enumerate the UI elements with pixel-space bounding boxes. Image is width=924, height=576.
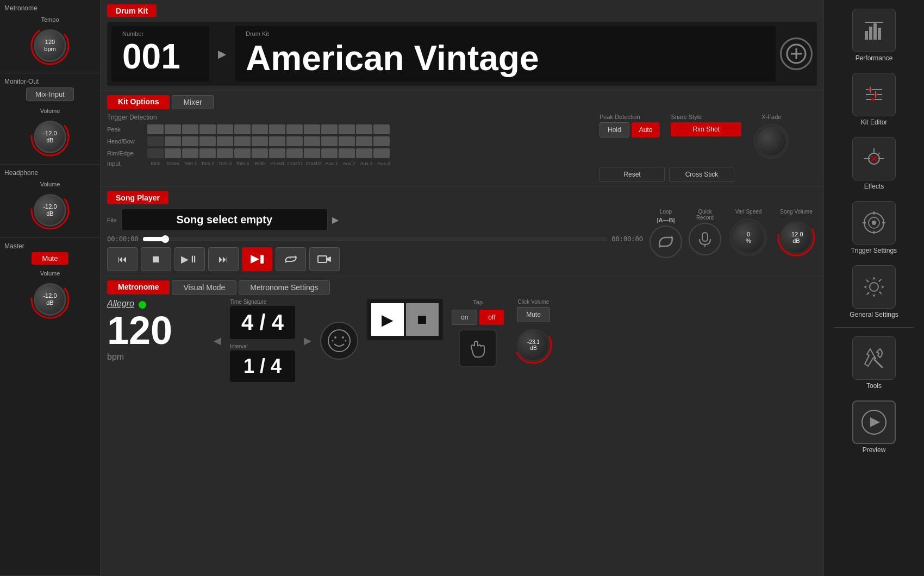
quick-record-button[interactable] (689, 223, 721, 255)
metro-transport: ▶ ⏹ (367, 299, 443, 340)
rimedge-trigger-bars (147, 148, 390, 158)
reset-button[interactable]: Reset (600, 167, 665, 182)
monitor-volume-knob[interactable]: -12.0dB (34, 121, 66, 153)
loop-button[interactable] (650, 226, 682, 258)
metro-play-button[interactable]: ▶ (371, 303, 404, 336)
headphone-title: Headphone (4, 169, 38, 177)
click-volume-label: Click Volume (518, 299, 550, 305)
svg-rect-9 (260, 255, 264, 264)
svg-point-14 (731, 220, 766, 255)
time-sig-display[interactable]: 4 / 4 (230, 306, 295, 339)
tools-label: Tools (866, 382, 882, 390)
record-button[interactable] (242, 247, 272, 271)
visual-mode-tab[interactable]: Visual Mode (172, 280, 236, 295)
playlist-button[interactable] (309, 247, 340, 271)
metro-tempo-unit: bpm (107, 352, 124, 362)
tempo-name: Allegro (107, 299, 134, 309)
svg-point-20 (345, 340, 347, 341)
monitor-out-title: Monitor-Out (4, 78, 39, 85)
tap-off-button[interactable]: off (479, 310, 504, 325)
headbow-row-label: Head/Bow (107, 138, 145, 145)
kit-number-label: Number (122, 30, 198, 37)
peak-trigger-bars (147, 124, 390, 134)
ab-label: |A—B| (657, 217, 675, 223)
input-labels-row: Kick Snare Tom 1 Tom 2 Tom 3 Tom 4 Ride … (147, 161, 392, 166)
svg-marker-52 (870, 417, 880, 427)
song-name-display: Song select empty (121, 209, 328, 231)
svg-point-32 (871, 98, 875, 101)
loop-label: Loop (660, 209, 672, 215)
svg-rect-25 (873, 23, 877, 40)
general-settings-label: General Settings (850, 311, 898, 318)
rewind-button[interactable]: ⏮ (107, 247, 138, 271)
song-player-tab[interactable]: Song Player (107, 191, 168, 204)
kit-options-tab[interactable]: Kit Options (107, 95, 170, 109)
tempo-label: Tempo (41, 16, 59, 23)
interval-value: 1 / 4 (244, 355, 282, 378)
rimedge-row-label: Rim/Edge (107, 150, 145, 156)
drum-kit-tab[interactable]: Drum Kit (107, 4, 157, 17)
svg-point-7 (754, 124, 788, 158)
master-volume-knob[interactable]: -12.0dB (34, 283, 66, 316)
headphone-volume-knob[interactable]: -12.0dB (34, 194, 66, 227)
progress-bar[interactable] (143, 237, 607, 241)
quick-record-label: QuickRecord (696, 209, 714, 221)
kit-next-button[interactable]: ▶ (214, 45, 230, 62)
click-mute-button[interactable]: Mute (517, 307, 550, 322)
stop-button[interactable]: ⏹ (141, 247, 171, 271)
metronome-section-title: Metronome (4, 4, 38, 12)
metro-face-button[interactable] (320, 322, 358, 360)
rim-shot-button[interactable]: Rim Shot (671, 122, 741, 136)
svg-point-19 (332, 340, 334, 341)
metronome-tab[interactable]: Metronome (107, 280, 170, 295)
svg-line-50 (875, 360, 882, 367)
sidebar-item-trigger-settings[interactable]: Trigger Settings (824, 197, 924, 259)
tempo-knob[interactable]: 120bpm (34, 29, 66, 62)
time-sig-prev-button[interactable]: ◀ (214, 335, 221, 347)
add-kit-button[interactable] (780, 37, 813, 70)
svg-rect-26 (878, 28, 881, 40)
headbow-trigger-bars (147, 136, 390, 146)
mix-input-button[interactable]: Mix-Input (26, 87, 73, 101)
time-start: 00:00:00 (107, 235, 139, 243)
master-mute-button[interactable]: Mute (32, 252, 69, 265)
song-volume-label: Song Volume (780, 209, 813, 215)
svg-point-49 (870, 283, 878, 291)
tap-on-button[interactable]: on (452, 310, 477, 325)
headphone-volume-value: -12.0dB (43, 203, 57, 217)
kit-number: 001 (122, 39, 198, 74)
tempo-value: 120bpm (44, 39, 55, 53)
interval-display[interactable]: 1 / 4 (230, 350, 295, 382)
tempo-active-indicator (139, 301, 146, 309)
song-next-button[interactable]: ▶ (332, 215, 339, 225)
sidebar-item-preview[interactable]: Preview (824, 396, 924, 458)
svg-point-18 (342, 336, 344, 339)
peak-detection-label: Peak Detection (600, 114, 660, 120)
metronome-settings-tab[interactable]: Metronome Settings (239, 280, 329, 295)
xfade-label: X-Fade (761, 114, 781, 120)
sidebar-item-performance[interactable]: Performance (824, 4, 924, 66)
preview-label: Preview (863, 446, 886, 454)
svg-point-16 (328, 330, 350, 352)
tap-gesture-button[interactable] (459, 329, 497, 367)
auto-button[interactable]: Auto (632, 122, 660, 137)
sidebar-item-tools[interactable]: Tools (824, 332, 924, 394)
cross-stick-button[interactable]: Cross Stick (669, 167, 734, 182)
time-sig-next-button[interactable]: ▶ (304, 335, 311, 347)
svg-point-44 (872, 221, 876, 225)
svg-point-17 (334, 336, 336, 339)
loop-single-button[interactable]: 1 (276, 247, 306, 271)
sidebar-item-effects[interactable]: Effects (824, 133, 924, 195)
monitor-volume-label: Volume (40, 108, 60, 114)
kit-name: American Vintage (246, 39, 765, 77)
mixer-tab[interactable]: Mixer (172, 95, 213, 109)
trigger-settings-label: Trigger Settings (851, 247, 897, 254)
tap-label: Tap (473, 299, 483, 305)
headphone-volume-label: Volume (40, 181, 60, 187)
fast-forward-button[interactable]: ⏭ (208, 247, 239, 271)
metro-stop-button[interactable]: ⏹ (406, 303, 439, 336)
sidebar-item-general-settings[interactable]: General Settings (824, 261, 924, 323)
play-pause-button[interactable]: ▶⏸ (174, 247, 205, 271)
sidebar-item-kit-editor[interactable]: Kit Editor (824, 68, 924, 130)
hold-button[interactable]: Hold (600, 122, 629, 137)
